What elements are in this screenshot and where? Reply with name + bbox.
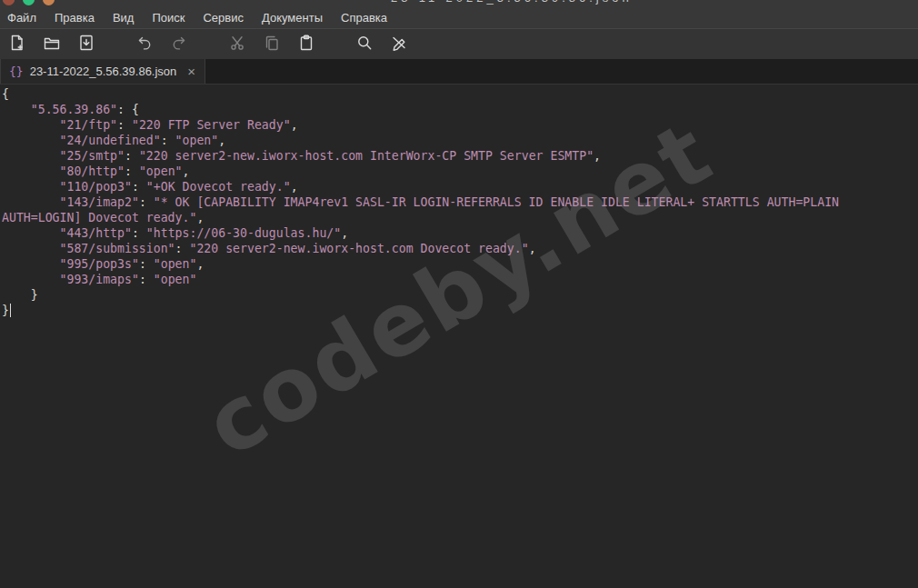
- cut-scissors-icon: [228, 34, 246, 55]
- code-line: "995/pop3s": "open",: [2, 256, 918, 272]
- text-caret: [10, 304, 12, 317]
- code-line: "587/submission": "220 server2-new.iworx…: [2, 241, 918, 256]
- tab-bar: {} 23-11-2022_5.56.39.86.json ×: [0, 59, 918, 85]
- menu-file[interactable]: Файл: [0, 8, 45, 27]
- window-minimize-button[interactable]: [23, 0, 35, 5]
- code-line: "143/imap2": "* OK [CAPABILITY IMAP4rev1…: [2, 194, 918, 210]
- open-folder-icon: [43, 34, 61, 55]
- save-button[interactable]: [69, 32, 104, 57]
- code-line: "21/ftp": "220 FTP Server Ready",: [2, 117, 918, 133]
- tab-close-icon[interactable]: ×: [187, 65, 195, 78]
- search-icon: [355, 34, 374, 55]
- code-line: "443/http": "https://06-30-dugulas.hu/",: [2, 225, 918, 241]
- window-maximize-button[interactable]: [43, 0, 55, 5]
- menu-documents[interactable]: Документы: [253, 8, 332, 27]
- menu-tools[interactable]: Сервис: [194, 8, 253, 27]
- redo-button[interactable]: [162, 32, 196, 57]
- menu-view[interactable]: Вид: [104, 8, 144, 27]
- menubar: Файл Правка Вид Поиск Сервис Документы С…: [0, 7, 918, 29]
- replace-button[interactable]: [382, 32, 416, 57]
- code-lines-container: { "5.56.39.86": { "21/ftp": "220 FTP Ser…: [2, 86, 918, 318]
- code-line: }: [2, 287, 918, 303]
- code-line: "110/pop3": "+OK Dovecot ready.",: [2, 179, 918, 194]
- code-line: "80/http": "open",: [2, 164, 918, 179]
- code-line: "24/undefined": "open",: [2, 133, 918, 148]
- code-line: }: [2, 303, 918, 318]
- search-replace-pen-icon: [390, 34, 408, 55]
- paste-button[interactable]: [289, 32, 324, 57]
- titlebar: 23-11-2022_5.56.39.86.json: [0, 0, 918, 7]
- code-line: "25/smtp": "220 server2-new.iworx-host.c…: [2, 148, 918, 164]
- open-file-button[interactable]: [35, 32, 69, 57]
- menu-help[interactable]: Справка: [332, 8, 396, 27]
- save-icon: [77, 34, 95, 55]
- tab-json-file[interactable]: {} 23-11-2022_5.56.39.86.json ×: [0, 59, 205, 84]
- tab-filename: 23-11-2022_5.56.39.86.json: [30, 65, 177, 78]
- code-line: "5.56.39.86": {: [2, 102, 918, 117]
- code-line: {: [2, 86, 918, 102]
- window-close-button[interactable]: [3, 0, 15, 5]
- undo-icon: [135, 34, 154, 55]
- editor-window: 23-11-2022_5.56.39.86.json Файл Правка В…: [0, 0, 918, 588]
- menu-search[interactable]: Поиск: [143, 8, 194, 27]
- undo-button[interactable]: [127, 32, 162, 57]
- cut-button[interactable]: [220, 32, 254, 57]
- paste-clipboard-icon: [297, 34, 315, 55]
- code-line: AUTH=LOGIN] Dovecot ready.",: [2, 210, 918, 225]
- menu-edit[interactable]: Правка: [45, 8, 104, 27]
- editor-text-area[interactable]: codeby.net { "5.56.39.86": { "21/ftp": "…: [0, 85, 918, 588]
- code-line: "993/imaps": "open": [2, 272, 918, 287]
- search-button[interactable]: [347, 32, 382, 57]
- toolbar: [0, 29, 918, 59]
- window-title: 23-11-2022_5.56.39.86.json: [391, 0, 633, 5]
- json-braces-icon: {}: [9, 65, 24, 78]
- copy-icon: [263, 34, 281, 55]
- new-document-button[interactable]: [0, 32, 35, 57]
- copy-button[interactable]: [254, 32, 289, 57]
- new-document-icon: [8, 34, 26, 55]
- redo-icon: [170, 34, 188, 55]
